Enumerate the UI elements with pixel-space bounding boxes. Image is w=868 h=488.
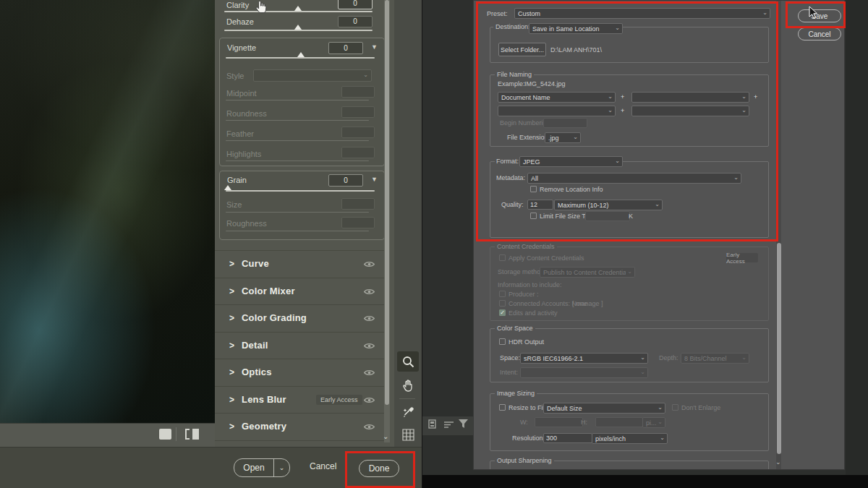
section-curve[interactable]: > Curve	[215, 250, 389, 278]
file-extension-label: File Extension:	[507, 134, 550, 141]
size-unit-dropdown: pi...⌄	[642, 417, 665, 428]
producer-checkbox	[499, 291, 506, 297]
open-button-label: Open	[234, 463, 273, 473]
limit-file-size-label: Limit File Size To:	[540, 213, 590, 220]
metadata-dropdown[interactable]: All⌄	[527, 173, 741, 184]
dehaze-slider-thumb[interactable]	[294, 25, 302, 30]
grain-disclosure-icon[interactable]: ▼	[371, 176, 378, 183]
before-after-icon[interactable]	[184, 428, 200, 440]
resize-to-fit-checkbox[interactable]	[499, 404, 506, 411]
remove-location-checkbox[interactable]	[530, 186, 537, 192]
filmstrip-toolbar	[422, 416, 473, 435]
quality-value-field[interactable]: 12	[527, 200, 553, 210]
cancel-button[interactable]: Cancel	[310, 461, 336, 471]
grain-value[interactable]: 0	[328, 174, 363, 187]
resize-dropdown[interactable]: Default Size⌄	[543, 403, 665, 414]
naming-slot-3-dropdown[interactable]: ⌄	[498, 106, 616, 116]
early-access-badge: Early Access	[316, 395, 362, 405]
zoom-tool-button[interactable]	[397, 351, 419, 372]
dialog-scrollbar-thumb[interactable]	[777, 243, 781, 454]
naming-slot-1-dropdown[interactable]: Document Name⌄	[498, 92, 616, 103]
space-dropdown[interactable]: sRGB IEC61966-2.1⌄	[520, 353, 648, 364]
resolution-label: Resolution:	[512, 435, 545, 442]
chevron-down-icon: ⌄	[608, 94, 613, 100]
eye-icon[interactable]	[364, 342, 375, 350]
info-include-label: Information to include:	[498, 281, 562, 288]
example-label: Example:	[498, 80, 525, 87]
naming-slot-2-dropdown[interactable]: ⌄	[631, 92, 749, 103]
format-label: Format:	[495, 158, 520, 165]
section-optics[interactable]: > Optics	[215, 359, 389, 386]
early-access-button[interactable]: Early Access	[726, 253, 758, 262]
plus-icon: +	[621, 107, 624, 114]
open-button[interactable]: Open ⌄	[234, 458, 290, 477]
quality-level-dropdown[interactable]: Maximum (10-12)⌄	[554, 200, 663, 210]
vignette-disclosure-icon[interactable]: ▼	[371, 43, 378, 51]
sort-list-icon[interactable]	[444, 421, 454, 428]
roundness-slider-track	[226, 120, 369, 121]
midpoint-label: Midpoint	[226, 89, 257, 98]
resolution-field[interactable]: 300	[543, 433, 592, 443]
eye-icon[interactable]	[364, 396, 375, 404]
height-field	[595, 417, 643, 427]
section-geometry[interactable]: > Geometry	[215, 413, 389, 440]
resolution-unit-dropdown[interactable]: pixels/inch⌄	[592, 433, 668, 444]
plus-icon: +	[754, 93, 757, 100]
scroll-down-icon[interactable]: ⌄	[383, 432, 388, 440]
clarity-slider-thumb[interactable]	[294, 6, 302, 11]
clarity-value[interactable]: 0	[338, 0, 373, 9]
vignette-value[interactable]: 0	[328, 42, 363, 54]
preset-dropdown[interactable]: Custom⌄	[514, 8, 770, 19]
destination-dropdown[interactable]: Save in Same Location⌄	[529, 23, 623, 34]
scroll-down-icon[interactable]: ⌄	[775, 458, 781, 466]
limit-file-size-checkbox[interactable]	[530, 213, 537, 219]
dehaze-label: Dehaze	[226, 17, 254, 26]
panel-scrollbar[interactable]	[384, 0, 390, 442]
depth-label: Depth:	[659, 354, 678, 361]
eye-icon[interactable]	[364, 369, 375, 377]
section-color-mixer[interactable]: > Color Mixer	[215, 278, 389, 305]
output-sharpening-group: Output Sharpening	[490, 461, 769, 470]
save-button[interactable]: Save	[798, 9, 841, 22]
hdr-output-checkbox[interactable]	[499, 338, 506, 345]
chevron-down-icon[interactable]: ⌄	[274, 464, 289, 471]
filmstrip-icon[interactable]	[428, 419, 439, 429]
chevron-down-icon: ⌄	[640, 369, 645, 375]
chevron-down-icon: ⌄	[608, 108, 613, 114]
naming-slot-4-dropdown[interactable]: ⌄	[631, 106, 749, 116]
section-lens-blur[interactable]: > Lens Blur Early Access	[215, 386, 389, 414]
grid-tool-button[interactable]	[397, 424, 419, 445]
grain-size-label: Size	[226, 200, 242, 209]
cancel-button[interactable]: Cancel	[798, 27, 841, 40]
chevron-right-icon: >	[229, 367, 234, 377]
filter-funnel-icon[interactable]	[459, 419, 468, 428]
hand-tool-button[interactable]	[397, 375, 419, 395]
file-extension-dropdown[interactable]: .jpg⌄	[545, 132, 581, 143]
feather-label: Feather	[226, 129, 254, 138]
section-calibration[interactable]: > Calibration	[215, 440, 389, 447]
eye-icon[interactable]	[364, 288, 375, 296]
section-detail[interactable]: > Detail	[215, 332, 389, 359]
grain-slider-thumb[interactable]	[224, 185, 231, 190]
eye-icon[interactable]	[364, 260, 375, 268]
image-sizing-label: Image Sizing	[495, 390, 537, 397]
height-label: H:	[581, 419, 587, 426]
vignette-slider-thumb[interactable]	[297, 52, 305, 57]
select-folder-button[interactable]: Select Folder...	[498, 43, 546, 56]
dehaze-value[interactable]: 0	[338, 16, 373, 27]
sampler-tool-button[interactable]	[397, 402, 419, 422]
section-color-grading[interactable]: > Color Grading	[215, 304, 389, 332]
clarity-slider-track	[224, 11, 373, 12]
color-space-label: Color Space	[495, 325, 535, 332]
done-button[interactable]: Done	[359, 460, 399, 477]
preview-mode-icon[interactable]	[159, 429, 171, 440]
panel-scrollbar-thumb[interactable]	[385, 0, 389, 405]
eye-icon[interactable]	[364, 314, 375, 322]
storage-method-label: Storage method:	[498, 268, 546, 275]
chevron-down-icon: ⌄	[655, 202, 660, 207]
format-dropdown[interactable]: JPEG⌄	[519, 156, 623, 167]
apply-credentials-checkbox	[499, 254, 506, 261]
remove-location-label: Remove Location Info	[540, 186, 603, 193]
eye-icon[interactable]	[364, 423, 375, 431]
grain-panel: Grain 0 ▼ Size Roughness	[219, 171, 385, 240]
